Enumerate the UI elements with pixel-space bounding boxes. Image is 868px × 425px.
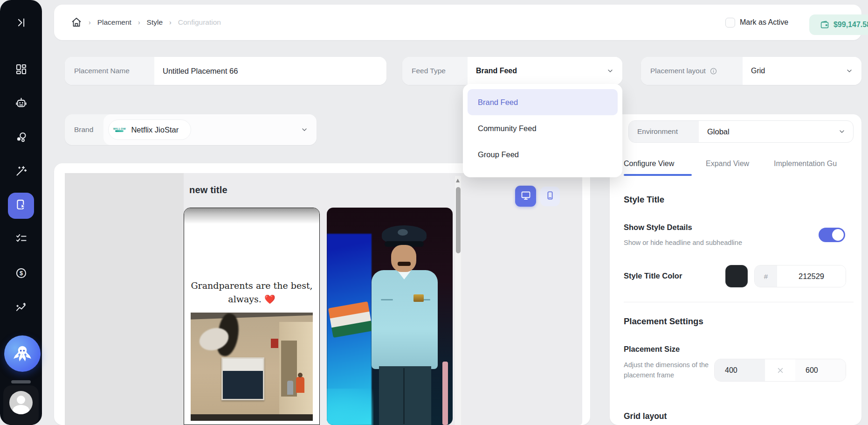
wallet-icon [820,20,830,30]
app-root: $ › Placement › Style › Configuration Ma… [0,0,868,425]
grid-layout-heading: Grid layout [624,411,667,421]
breadcrumb-style[interactable]: Style [147,18,163,27]
feed-type-select[interactable]: Brand Feed [468,57,622,85]
wallet-balance-button[interactable]: $99,147.58 [809,14,868,35]
magic-wand-icon [15,165,28,179]
height-input[interactable] [795,359,846,381]
feed-type-label: Feed Type [402,57,468,85]
chevron-down-icon [301,126,308,133]
placement-name-input[interactable] [163,67,378,76]
svg-text:$: $ [19,270,22,277]
preview-left-placeholder [65,173,184,425]
menu-item-brand-feed[interactable]: Brand Feed [468,89,618,115]
sidebar-collapse-button[interactable] [0,12,42,35]
placement-size-label: Placement Size [624,345,680,354]
tab-configure-view[interactable]: Configure View [624,160,674,168]
placement-size-subtext: Adjust the dimensions of the placement f… [624,360,712,381]
sidebar-item-audiences[interactable] [0,127,42,149]
hex-prefix: # [755,265,777,287]
placement-size-inputs [714,359,846,382]
checklist-icon [15,232,28,247]
preview-feed-title: new title [189,185,227,195]
breadcrumb-separator: › [169,19,172,26]
show-style-details-toggle[interactable] [819,228,845,242]
preview-card-officer[interactable] [327,208,453,425]
brand-name: Netflix JioStar [131,125,179,134]
scroll-up-arrow[interactable] [456,179,460,182]
sidebar: $ [0,0,42,425]
menu-item-community-feed[interactable]: Community Feed [468,115,618,141]
placement-layout-select[interactable]: Grid [743,57,861,85]
environment-label: Environment [629,121,699,142]
breadcrumb: › Placement › Style › Configuration [71,5,221,40]
robot-icon [15,97,28,111]
style-title-color-label: Style Title Color [624,272,682,280]
placement-layout-label: Placement layout [641,57,743,85]
brand-label: Brand [65,125,103,134]
preview-card-grandparents[interactable]: Grandparents are the best, always. ❤️ [184,208,320,425]
wallet-balance: $99,147.58 [834,21,868,29]
info-icon[interactable] [710,67,717,75]
breadcrumb-separator: › [138,19,140,26]
user-avatar[interactable] [9,391,33,414]
style-title-color-swatch[interactable] [725,265,748,287]
environment-select[interactable]: Global [699,121,853,142]
brand-select[interactable]: WILLOW Netflix JioStar [103,114,317,145]
home-icon[interactable] [71,17,82,28]
feed-type-menu: Brand Feed Community Feed Group Feed [463,84,622,177]
card-top-gradient [184,208,319,224]
sidebar-item-dashboard[interactable] [0,59,42,81]
chevron-down-icon [846,67,853,75]
tab-expand-view[interactable]: Expand View [706,160,749,168]
bubbles-icon [15,131,28,146]
dimensions-x-icon [765,366,795,375]
chevron-down-icon [838,128,846,135]
style-title-color-hex: # [754,265,846,287]
show-style-details-label: Show Style Details [624,223,692,232]
desktop-view-button[interactable] [515,186,536,207]
octopus-icon [13,343,32,364]
toggle-knob [832,229,844,241]
environment-card: Environment Global [628,120,854,143]
breadcrumb-placement[interactable]: Placement [97,18,131,27]
scrollbar-thumb[interactable] [456,187,461,253]
menu-item-group-feed[interactable]: Group Feed [468,141,618,167]
mobile-view-button[interactable] [540,187,560,206]
dollar-circle-icon: $ [15,267,28,281]
placement-layout-card: Placement layout Grid [641,57,861,85]
card-media-mall-photo [191,313,313,421]
sidebar-item-insights[interactable] [0,297,42,320]
topbar: › Placement › Style › Configuration Mark… [54,5,861,40]
dashboard-icon [15,63,28,77]
breadcrumb-separator: › [89,19,91,26]
mark-as-active-checkbox[interactable] [725,18,735,28]
placement-name-label: Placement Name [65,57,154,85]
brand-pill: WILLOW Netflix JioStar [108,119,191,140]
card-caption: Grandparents are the best, always. ❤️ [184,279,319,306]
brand-card: Brand WILLOW Netflix JioStar [65,114,317,145]
placement-name-card: Placement Name [65,57,386,85]
monitor-icon [520,190,531,203]
mark-as-active-label: Mark as Active [740,18,788,27]
chevron-down-icon [606,67,614,75]
style-title-heading: Style Title [624,195,664,205]
avatar-head [17,396,25,404]
feed-type-card: Feed Type Brand Feed [402,57,622,85]
placement-name-value [154,57,386,85]
sidebar-item-placements-active[interactable] [8,193,34,219]
breadcrumb-configuration: Configuration [178,18,221,27]
phone-icon [545,190,555,202]
assistant-button[interactable] [4,335,41,372]
trend-sparkle-icon [15,301,28,316]
brand-logo: WILLOW [112,124,126,136]
sidebar-drag-handle[interactable] [11,380,31,383]
sidebar-item-bot[interactable] [0,92,42,115]
hex-color-input[interactable] [777,265,846,287]
sidebar-item-magic[interactable] [0,160,42,183]
tab-implementation-guide[interactable]: Implementation Gu [774,160,837,168]
width-input[interactable] [715,359,765,381]
preview-scrollbar[interactable] [455,176,461,425]
sidebar-item-billing[interactable]: $ [0,263,42,285]
section-divider [624,302,854,302]
sidebar-item-tasks[interactable] [0,228,42,251]
